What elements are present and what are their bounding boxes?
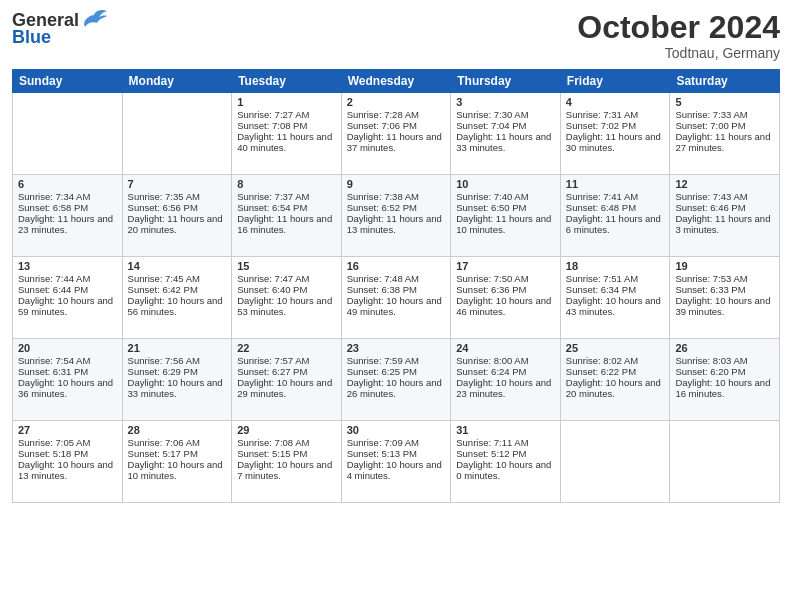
calendar-cell-3-6: 18Sunrise: 7:51 AMSunset: 6:34 PMDayligh… bbox=[560, 257, 670, 339]
day-header-friday: Friday bbox=[560, 70, 670, 93]
sunset-text: Sunset: 6:58 PM bbox=[18, 202, 117, 213]
sunrise-text: Sunrise: 7:34 AM bbox=[18, 191, 117, 202]
daylight-text: Daylight: 10 hours and 23 minutes. bbox=[456, 377, 555, 399]
sunset-text: Sunset: 6:42 PM bbox=[128, 284, 227, 295]
calendar-cell-1-6: 4Sunrise: 7:31 AMSunset: 7:02 PMDaylight… bbox=[560, 93, 670, 175]
day-number: 6 bbox=[18, 178, 117, 190]
sunset-text: Sunset: 7:06 PM bbox=[347, 120, 446, 131]
calendar-cell-3-1: 13Sunrise: 7:44 AMSunset: 6:44 PMDayligh… bbox=[13, 257, 123, 339]
calendar-cell-1-2 bbox=[122, 93, 232, 175]
sunrise-text: Sunrise: 7:50 AM bbox=[456, 273, 555, 284]
daylight-text: Daylight: 11 hours and 33 minutes. bbox=[456, 131, 555, 153]
day-number: 9 bbox=[347, 178, 446, 190]
daylight-text: Daylight: 10 hours and 33 minutes. bbox=[128, 377, 227, 399]
calendar-cell-3-4: 16Sunrise: 7:48 AMSunset: 6:38 PMDayligh… bbox=[341, 257, 451, 339]
daylight-text: Daylight: 11 hours and 16 minutes. bbox=[237, 213, 336, 235]
sunset-text: Sunset: 7:08 PM bbox=[237, 120, 336, 131]
calendar-cell-3-5: 17Sunrise: 7:50 AMSunset: 6:36 PMDayligh… bbox=[451, 257, 561, 339]
sunrise-text: Sunrise: 7:31 AM bbox=[566, 109, 665, 120]
day-number: 21 bbox=[128, 342, 227, 354]
calendar-cell-4-1: 20Sunrise: 7:54 AMSunset: 6:31 PMDayligh… bbox=[13, 339, 123, 421]
sunrise-text: Sunrise: 7:56 AM bbox=[128, 355, 227, 366]
daylight-text: Daylight: 10 hours and 7 minutes. bbox=[237, 459, 336, 481]
sunrise-text: Sunrise: 7:54 AM bbox=[18, 355, 117, 366]
sunset-text: Sunset: 6:31 PM bbox=[18, 366, 117, 377]
day-number: 18 bbox=[566, 260, 665, 272]
day-header-monday: Monday bbox=[122, 70, 232, 93]
daylight-text: Daylight: 10 hours and 16 minutes. bbox=[675, 377, 774, 399]
sunset-text: Sunset: 6:22 PM bbox=[566, 366, 665, 377]
calendar-cell-4-3: 22Sunrise: 7:57 AMSunset: 6:27 PMDayligh… bbox=[232, 339, 342, 421]
sunset-text: Sunset: 6:24 PM bbox=[456, 366, 555, 377]
calendar-week-5: 27Sunrise: 7:05 AMSunset: 5:18 PMDayligh… bbox=[13, 421, 780, 503]
sunset-text: Sunset: 6:33 PM bbox=[675, 284, 774, 295]
calendar-cell-1-3: 1Sunrise: 7:27 AMSunset: 7:08 PMDaylight… bbox=[232, 93, 342, 175]
sunset-text: Sunset: 6:54 PM bbox=[237, 202, 336, 213]
sunrise-text: Sunrise: 7:57 AM bbox=[237, 355, 336, 366]
sunrise-text: Sunrise: 7:43 AM bbox=[675, 191, 774, 202]
sunrise-text: Sunrise: 7:40 AM bbox=[456, 191, 555, 202]
daylight-text: Daylight: 10 hours and 10 minutes. bbox=[128, 459, 227, 481]
sunrise-text: Sunrise: 7:51 AM bbox=[566, 273, 665, 284]
day-number: 4 bbox=[566, 96, 665, 108]
daylight-text: Daylight: 11 hours and 20 minutes. bbox=[128, 213, 227, 235]
day-header-tuesday: Tuesday bbox=[232, 70, 342, 93]
calendar-cell-5-3: 29Sunrise: 7:08 AMSunset: 5:15 PMDayligh… bbox=[232, 421, 342, 503]
day-number: 7 bbox=[128, 178, 227, 190]
day-number: 29 bbox=[237, 424, 336, 436]
day-number: 5 bbox=[675, 96, 774, 108]
calendar-cell-2-5: 10Sunrise: 7:40 AMSunset: 6:50 PMDayligh… bbox=[451, 175, 561, 257]
calendar-cell-5-6 bbox=[560, 421, 670, 503]
sunrise-text: Sunrise: 7:30 AM bbox=[456, 109, 555, 120]
calendar-cell-2-7: 12Sunrise: 7:43 AMSunset: 6:46 PMDayligh… bbox=[670, 175, 780, 257]
daylight-text: Daylight: 10 hours and 59 minutes. bbox=[18, 295, 117, 317]
sunset-text: Sunset: 7:04 PM bbox=[456, 120, 555, 131]
daylight-text: Daylight: 10 hours and 4 minutes. bbox=[347, 459, 446, 481]
sunrise-text: Sunrise: 7:35 AM bbox=[128, 191, 227, 202]
calendar-cell-5-1: 27Sunrise: 7:05 AMSunset: 5:18 PMDayligh… bbox=[13, 421, 123, 503]
day-number: 28 bbox=[128, 424, 227, 436]
day-number: 10 bbox=[456, 178, 555, 190]
calendar-week-1: 1Sunrise: 7:27 AMSunset: 7:08 PMDaylight… bbox=[13, 93, 780, 175]
daylight-text: Daylight: 11 hours and 27 minutes. bbox=[675, 131, 774, 153]
calendar-week-4: 20Sunrise: 7:54 AMSunset: 6:31 PMDayligh… bbox=[13, 339, 780, 421]
sunset-text: Sunset: 6:56 PM bbox=[128, 202, 227, 213]
day-number: 3 bbox=[456, 96, 555, 108]
sunrise-text: Sunrise: 7:48 AM bbox=[347, 273, 446, 284]
day-number: 24 bbox=[456, 342, 555, 354]
sunset-text: Sunset: 7:00 PM bbox=[675, 120, 774, 131]
calendar-cell-2-6: 11Sunrise: 7:41 AMSunset: 6:48 PMDayligh… bbox=[560, 175, 670, 257]
sunrise-text: Sunrise: 7:28 AM bbox=[347, 109, 446, 120]
day-number: 12 bbox=[675, 178, 774, 190]
calendar-container: General Blue October 2024 Todtnau, Germa… bbox=[0, 0, 792, 612]
daylight-text: Daylight: 11 hours and 23 minutes. bbox=[18, 213, 117, 235]
calendar-cell-1-7: 5Sunrise: 7:33 AMSunset: 7:00 PMDaylight… bbox=[670, 93, 780, 175]
day-number: 22 bbox=[237, 342, 336, 354]
sunset-text: Sunset: 6:27 PM bbox=[237, 366, 336, 377]
sunrise-text: Sunrise: 7:44 AM bbox=[18, 273, 117, 284]
sunrise-text: Sunrise: 7:38 AM bbox=[347, 191, 446, 202]
daylight-text: Daylight: 10 hours and 39 minutes. bbox=[675, 295, 774, 317]
sunset-text: Sunset: 6:46 PM bbox=[675, 202, 774, 213]
calendar-cell-5-4: 30Sunrise: 7:09 AMSunset: 5:13 PMDayligh… bbox=[341, 421, 451, 503]
day-number: 25 bbox=[566, 342, 665, 354]
calendar-cell-2-2: 7Sunrise: 7:35 AMSunset: 6:56 PMDaylight… bbox=[122, 175, 232, 257]
daylight-text: Daylight: 10 hours and 29 minutes. bbox=[237, 377, 336, 399]
calendar-cell-3-7: 19Sunrise: 7:53 AMSunset: 6:33 PMDayligh… bbox=[670, 257, 780, 339]
calendar-cell-4-6: 25Sunrise: 8:02 AMSunset: 6:22 PMDayligh… bbox=[560, 339, 670, 421]
calendar-week-3: 13Sunrise: 7:44 AMSunset: 6:44 PMDayligh… bbox=[13, 257, 780, 339]
calendar-cell-1-5: 3Sunrise: 7:30 AMSunset: 7:04 PMDaylight… bbox=[451, 93, 561, 175]
day-number: 26 bbox=[675, 342, 774, 354]
daylight-text: Daylight: 11 hours and 6 minutes. bbox=[566, 213, 665, 235]
sunrise-text: Sunrise: 7:59 AM bbox=[347, 355, 446, 366]
daylight-text: Daylight: 11 hours and 37 minutes. bbox=[347, 131, 446, 153]
sunset-text: Sunset: 7:02 PM bbox=[566, 120, 665, 131]
calendar-cell-1-1 bbox=[13, 93, 123, 175]
sunset-text: Sunset: 6:50 PM bbox=[456, 202, 555, 213]
day-number: 8 bbox=[237, 178, 336, 190]
calendar-week-2: 6Sunrise: 7:34 AMSunset: 6:58 PMDaylight… bbox=[13, 175, 780, 257]
calendar-cell-1-4: 2Sunrise: 7:28 AMSunset: 7:06 PMDaylight… bbox=[341, 93, 451, 175]
day-number: 16 bbox=[347, 260, 446, 272]
calendar-cell-5-7 bbox=[670, 421, 780, 503]
sunrise-text: Sunrise: 8:00 AM bbox=[456, 355, 555, 366]
